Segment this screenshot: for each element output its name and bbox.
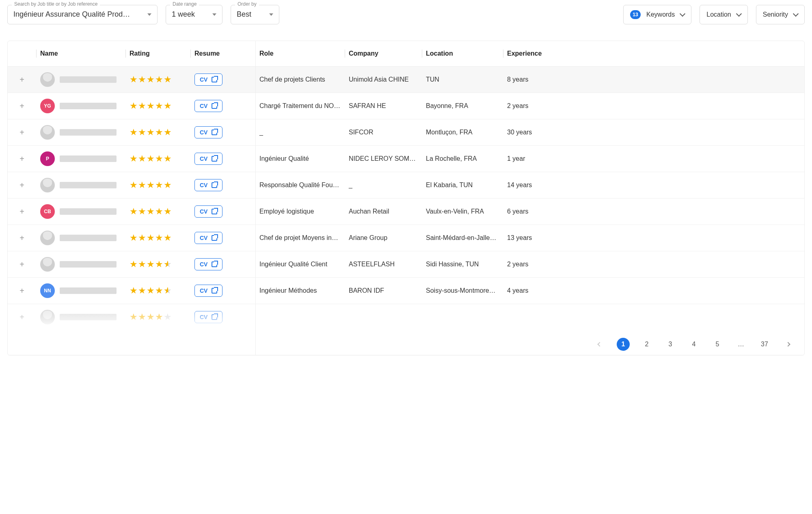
expand-row-button[interactable]: + (19, 155, 24, 163)
candidate-name-redacted (60, 129, 117, 136)
role-cell: Employé logistique (255, 202, 345, 221)
expand-row-button[interactable]: + (19, 181, 24, 189)
caret-down-icon (269, 13, 273, 16)
page-number[interactable]: 4 (687, 338, 700, 351)
avatar (40, 178, 55, 192)
location-filter-button[interactable]: Location (700, 5, 748, 24)
location-cell (422, 311, 503, 323)
expand-row-button[interactable]: + (19, 234, 24, 242)
date-range-select[interactable]: Date range 1 week (166, 5, 222, 24)
seniority-filter-button[interactable]: Seniority (756, 5, 805, 24)
table-row[interactable]: + ★★★★★ CV _ SIFCOR Montluçon, FRA 30 ye… (8, 119, 804, 146)
experience-cell: 4 years (503, 281, 548, 300)
company-cell: Auchan Retail (345, 202, 422, 221)
keywords-filter-button[interactable]: 13 Keywords (623, 5, 691, 24)
open-cv-button[interactable]: CV (194, 205, 222, 218)
avatar: CB (40, 204, 55, 219)
keywords-label: Keywords (646, 11, 675, 18)
search-select[interactable]: Search by Job title or by Job reference … (7, 5, 158, 24)
role-cell: Chef de projet Moyens in… (255, 229, 345, 247)
rating-stars: ★★★★★ (130, 153, 172, 164)
table-row[interactable]: + ★★★★★ CV Chef de projet Moyens in… Ari… (8, 225, 804, 251)
candidate-name-redacted (60, 208, 117, 215)
candidate-name-redacted (60, 182, 117, 188)
expand-row-button[interactable]: + (19, 102, 24, 110)
table-row[interactable]: + NN ★★★★★★ CV Ingénieur Méthodes BARON … (8, 278, 804, 304)
company-cell: NIDEC LEROY SOMER (345, 149, 422, 168)
external-link-icon (212, 182, 217, 188)
expand-row-button[interactable]: + (19, 128, 24, 136)
company-cell: BARON IDF (345, 281, 422, 300)
candidate-name-redacted (60, 261, 117, 268)
open-cv-button[interactable]: CV (194, 232, 222, 244)
chevron-down-icon (680, 11, 685, 17)
candidate-name-redacted (60, 287, 117, 294)
cv-label: CV (200, 314, 207, 320)
role-cell: _ (255, 123, 345, 142)
page-ellipsis: … (734, 338, 747, 351)
table-row[interactable]: + ★★★★★★ CV Ingénieur Qualité Client AST… (8, 251, 804, 278)
date-range-label: Date range (170, 1, 199, 7)
open-cv-button[interactable]: CV (194, 73, 222, 86)
open-cv-button[interactable]: CV (194, 126, 222, 138)
open-cv-button[interactable]: CV (194, 258, 222, 270)
location-cell: Bayonne, FRA (422, 97, 503, 115)
table-row[interactable]: + CB ★★★★★ CV Employé logistique Auchan … (8, 199, 804, 225)
expand-row-button[interactable]: + (19, 287, 24, 295)
page-number[interactable]: 37 (758, 338, 771, 351)
caret-down-icon (147, 13, 151, 16)
table-row[interactable]: + YG ★★★★★ CV Chargé Traitement du NO… S… (8, 93, 804, 119)
open-cv-button[interactable]: CV (194, 153, 222, 165)
page-number[interactable]: 5 (711, 338, 724, 351)
location-cell: Vaulx-en-Velin, FRA (422, 202, 503, 221)
filter-bar: Search by Job title or by Job reference … (7, 5, 805, 24)
rating-stars: ★★★★★ (130, 233, 172, 243)
col-name: Name (36, 41, 125, 66)
table-row[interactable]: + P ★★★★★ CV Ingénieur Qualité NIDEC LER… (8, 146, 804, 172)
external-link-icon (212, 130, 217, 135)
page-number[interactable]: 3 (664, 338, 677, 351)
expand-row-button[interactable]: + (19, 260, 24, 268)
rating-stars: ★★★★★ (130, 101, 172, 111)
page-prev[interactable] (593, 338, 606, 351)
caret-down-icon (212, 13, 216, 16)
open-cv-button[interactable]: CV (194, 179, 222, 191)
company-cell: SIFCOR (345, 123, 422, 142)
cv-label: CV (200, 76, 207, 83)
table-header: Name Rating Resume Role Company Location… (8, 41, 804, 67)
open-cv-button[interactable]: CV (194, 285, 222, 297)
experience-cell: 6 years (503, 202, 548, 221)
expand-row-button[interactable]: + (19, 207, 24, 216)
col-location: Location (422, 41, 503, 66)
chevron-right-icon (786, 342, 790, 346)
open-cv-button[interactable]: CV (194, 100, 222, 112)
company-cell: Unimold Asia CHINE (345, 70, 422, 89)
rating-stars: ★★★★★ (130, 74, 172, 84)
expand-row-button[interactable]: + (19, 313, 24, 321)
cv-label: CV (200, 129, 207, 136)
external-link-icon (212, 314, 217, 320)
candidate-name-redacted (60, 235, 117, 241)
table-row[interactable]: + ★★★★★ CV Chef de projets Clients Unimo… (8, 67, 804, 93)
external-link-icon (212, 261, 217, 267)
order-by-select[interactable]: Order by Best (231, 5, 279, 24)
col-resume: Resume (190, 41, 255, 66)
column-divider (255, 41, 256, 355)
cv-label: CV (200, 261, 207, 268)
page-next[interactable] (782, 338, 795, 351)
cv-label: CV (200, 182, 207, 188)
external-link-icon (212, 156, 217, 162)
open-cv-button[interactable]: CV (194, 311, 222, 323)
page-number[interactable]: 2 (640, 338, 653, 351)
cv-label: CV (200, 103, 207, 109)
role-cell: Chargé Traitement du NO… (255, 97, 345, 115)
page-number[interactable]: 1 (617, 338, 630, 351)
table-row[interactable]: + ★★★★★ CV (8, 304, 804, 330)
chevron-down-icon (793, 11, 799, 17)
col-role: Role (255, 41, 345, 66)
table-row[interactable]: + ★★★★★ CV Responsable Qualité Four… _ E… (8, 172, 804, 199)
chevron-left-icon (597, 342, 602, 346)
expand-row-button[interactable]: + (19, 76, 24, 84)
candidate-name-redacted (60, 76, 117, 83)
company-cell: Ariane Group (345, 229, 422, 247)
